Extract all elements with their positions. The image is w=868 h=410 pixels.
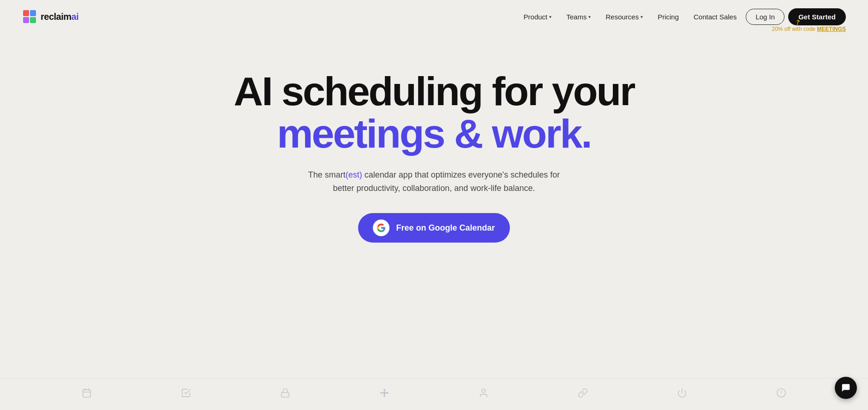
person-icon xyxy=(479,388,489,401)
link-icon xyxy=(578,388,588,401)
check-square-icon xyxy=(181,388,191,401)
navbar: reclaimai Product ▾ Teams ▾ Resources ▾ … xyxy=(0,0,868,33)
google-icon xyxy=(373,220,389,236)
svg-rect-2 xyxy=(23,17,29,23)
login-button[interactable]: Log In xyxy=(746,9,784,25)
circle-icon xyxy=(776,388,786,401)
nav-product[interactable]: Product ▾ xyxy=(518,9,557,24)
svg-rect-1 xyxy=(30,10,36,16)
calendar-icon xyxy=(82,388,92,401)
svg-point-16 xyxy=(482,389,485,392)
svg-rect-0 xyxy=(23,10,29,16)
grid-icon xyxy=(379,388,389,401)
google-calendar-cta[interactable]: Free on Google Calendar xyxy=(358,213,509,243)
hero-title: AI scheduling for your meetings & work. xyxy=(234,70,635,155)
nav-pricing[interactable]: Pricing xyxy=(652,9,684,24)
promo-code: MEETINGS xyxy=(817,26,846,32)
hero-subtitle: The smart(est) calendar app that optimiz… xyxy=(305,168,563,195)
lock-icon xyxy=(280,388,290,401)
chevron-down-icon: ▾ xyxy=(549,14,551,19)
chevron-down-icon: ▾ xyxy=(588,14,591,19)
nav-contact-sales[interactable]: Contact Sales xyxy=(688,9,742,24)
logo[interactable]: reclaimai xyxy=(22,9,78,24)
cta-text: Free on Google Calendar xyxy=(396,223,495,233)
chat-bubble[interactable] xyxy=(835,377,857,399)
hero-title-line1: AI scheduling for your xyxy=(234,70,635,113)
chat-icon xyxy=(841,383,851,393)
nav-teams[interactable]: Teams ▾ xyxy=(561,9,596,24)
chevron-down-icon: ▾ xyxy=(641,14,643,19)
logo-icon xyxy=(22,9,37,24)
hero-title-line2: meetings & work. xyxy=(234,113,635,155)
promo-badge: 20% off with code MEETINGS xyxy=(772,26,846,32)
power-icon xyxy=(677,388,687,401)
hero-section: AI scheduling for your meetings & work. … xyxy=(0,33,868,270)
svg-rect-4 xyxy=(83,390,90,398)
svg-rect-3 xyxy=(30,17,36,23)
feature-icons-row xyxy=(0,378,868,410)
svg-rect-8 xyxy=(281,392,289,397)
logo-text: reclaimai xyxy=(41,12,78,22)
nav-resources[interactable]: Resources ▾ xyxy=(600,9,648,24)
